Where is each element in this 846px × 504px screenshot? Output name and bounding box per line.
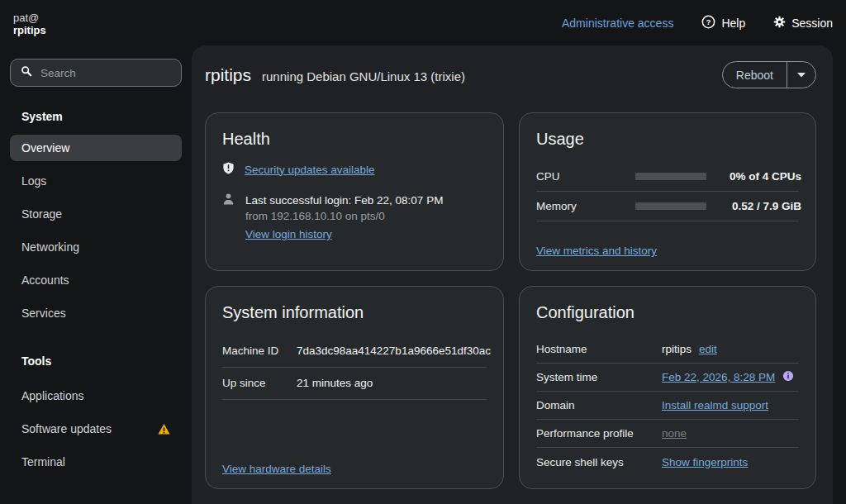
configuration-title: Configuration bbox=[536, 303, 799, 322]
shield-exclamation-icon bbox=[222, 162, 235, 177]
page-title: rpitips running Debian GNU/Linux 13 (tri… bbox=[205, 65, 465, 85]
sidebar-item-logs[interactable]: Logs bbox=[10, 164, 182, 197]
search-input[interactable] bbox=[40, 67, 156, 79]
security-updates-link[interactable]: Security updates available bbox=[245, 164, 375, 176]
reboot-split-button: Reboot bbox=[722, 61, 816, 88]
secure-shell-keys-label: Secure shell keys bbox=[536, 456, 662, 468]
cpu-progressbar bbox=[635, 173, 706, 180]
masthead-actions: Administrative access ? Help Session bbox=[562, 15, 833, 31]
memory-progressbar bbox=[635, 202, 706, 210]
nav-group-system: System bbox=[10, 110, 182, 123]
content-panel: rpitips running Debian GNU/Linux 13 (tri… bbox=[192, 45, 833, 504]
last-login-text: Last successful login: Feb 22, 08:07 PM bbox=[245, 193, 443, 208]
tools-nav-list: Applications Software updates Terminal bbox=[10, 379, 182, 478]
machine-id-label: Machine ID bbox=[222, 345, 297, 357]
secure-shell-keys-row: Secure shell keys Show fingerprints bbox=[536, 448, 799, 476]
sidebar-item-applications[interactable]: Applications bbox=[10, 379, 182, 412]
search-box[interactable] bbox=[10, 59, 182, 87]
sidebar-item-software-updates[interactable]: Software updates bbox=[10, 412, 182, 445]
user-icon bbox=[222, 193, 235, 242]
content-header: rpitips running Debian GNU/Linux 13 (tri… bbox=[205, 61, 816, 88]
up-since-label: Up since bbox=[222, 377, 297, 389]
sidebar: System Overview Logs Storage Networking … bbox=[0, 45, 192, 504]
health-title: Health bbox=[222, 130, 487, 149]
install-realmd-link[interactable]: Install realmd support bbox=[662, 399, 768, 411]
sidebar-item-accounts[interactable]: Accounts bbox=[10, 264, 182, 297]
info-icon[interactable] bbox=[782, 370, 794, 384]
system-nav-list: Overview Logs Storage Networking Account… bbox=[10, 135, 182, 330]
cpu-label: CPU bbox=[536, 170, 635, 183]
usage-title: Usage bbox=[536, 130, 799, 149]
software-updates-label: Software updates bbox=[21, 422, 112, 435]
domain-row: Domain Install realmd support bbox=[536, 392, 799, 420]
login-origin-text: from 192.168.10.10 on pts/0 bbox=[245, 208, 443, 224]
help-icon: ? bbox=[701, 15, 715, 31]
performance-profile-label: Performance profile bbox=[536, 427, 662, 440]
chevron-down-icon bbox=[797, 73, 806, 78]
cards-grid: Health Security updates available Last s… bbox=[205, 112, 816, 489]
system-information-title: System information bbox=[222, 303, 487, 322]
sidebar-item-terminal[interactable]: Terminal bbox=[10, 445, 182, 478]
up-since-row: Up since 21 minutes ago bbox=[222, 368, 487, 400]
sidebar-item-services[interactable]: Services bbox=[10, 297, 182, 330]
memory-value: 0.52 / 7.9 GiB bbox=[706, 200, 801, 212]
logged-in-user: pat@ rpitips bbox=[13, 10, 46, 36]
system-information-card: System information Machine ID 7da3dc98aa… bbox=[205, 286, 504, 489]
hostname-label: Hostname bbox=[536, 343, 662, 355]
nav-group-tools: Tools bbox=[10, 354, 182, 368]
hostname-row: Hostname rpitips edit bbox=[536, 335, 799, 364]
sidebar-item-overview[interactable]: Overview bbox=[10, 135, 182, 161]
configuration-card: Configuration Hostname rpitips edit Syst… bbox=[519, 286, 816, 489]
sidebar-item-storage[interactable]: Storage bbox=[10, 197, 182, 231]
memory-label: Memory bbox=[536, 200, 635, 212]
machine-id-row: Machine ID 7da3dc98aa414227b1a9666e51df3… bbox=[222, 335, 487, 368]
show-fingerprints-link[interactable]: Show fingerprints bbox=[662, 456, 748, 468]
svg-text:?: ? bbox=[706, 17, 711, 26]
view-login-history-link[interactable]: View login history bbox=[245, 226, 332, 242]
gear-icon bbox=[773, 16, 786, 31]
reboot-dropdown-toggle[interactable] bbox=[787, 62, 815, 88]
reboot-button[interactable]: Reboot bbox=[723, 62, 787, 88]
domain-label: Domain bbox=[536, 399, 662, 411]
sidebar-item-networking[interactable]: Networking bbox=[10, 231, 182, 264]
performance-profile-row: Performance profile none bbox=[536, 420, 799, 448]
view-metrics-link[interactable]: View metrics and history bbox=[536, 245, 657, 257]
view-hardware-details-link[interactable]: View hardware details bbox=[222, 463, 331, 475]
machine-id-value: 7da3dc98aa414227b1a9666e51df30ac bbox=[297, 345, 491, 357]
security-updates-row: Security updates available bbox=[222, 162, 487, 177]
login-details: Last successful login: Feb 22, 08:07 PM … bbox=[245, 193, 443, 242]
edit-hostname-link[interactable]: edit bbox=[699, 343, 717, 355]
masthead: pat@ rpitips Administrative access ? Hel… bbox=[0, 0, 846, 45]
system-time-row: System time Feb 22, 2026, 8:28 PM bbox=[536, 364, 799, 392]
administrative-access-link[interactable]: Administrative access bbox=[562, 17, 673, 30]
os-subtitle: running Debian GNU/Linux 13 (trixie) bbox=[262, 69, 465, 83]
system-time-label: System time bbox=[536, 371, 662, 383]
last-login-row: Last successful login: Feb 22, 08:07 PM … bbox=[222, 193, 487, 242]
warning-triangle-icon bbox=[158, 423, 170, 435]
cpu-usage-row: CPU 0% of 4 CPUs bbox=[536, 162, 799, 192]
help-label: Help bbox=[721, 17, 745, 30]
user-hostname: rpitips bbox=[13, 24, 46, 36]
cpu-value: 0% of 4 CPUs bbox=[706, 170, 801, 183]
session-menu[interactable]: Session bbox=[773, 16, 833, 31]
hostname-value: rpitips bbox=[662, 343, 692, 355]
up-since-value: 21 minutes ago bbox=[297, 377, 373, 389]
user-name: pat@ bbox=[13, 12, 46, 24]
usage-card: Usage CPU 0% of 4 CPUs Memory 0.52 / 7.9… bbox=[519, 112, 816, 271]
system-time-link[interactable]: Feb 22, 2026, 8:28 PM bbox=[662, 371, 775, 383]
hostname-title: rpitips bbox=[205, 65, 251, 85]
performance-profile-value: none bbox=[662, 427, 687, 440]
help-menu[interactable]: ? Help bbox=[701, 15, 745, 31]
search-icon bbox=[21, 65, 32, 80]
memory-usage-row: Memory 0.52 / 7.9 GiB bbox=[536, 192, 799, 221]
session-label: Session bbox=[791, 17, 833, 30]
health-card: Health Security updates available Last s… bbox=[205, 112, 504, 271]
